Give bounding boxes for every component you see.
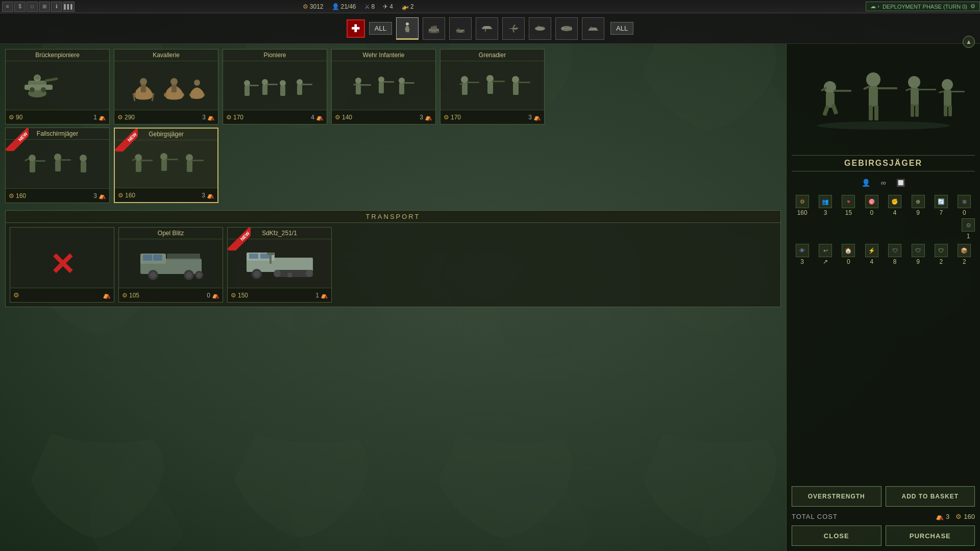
s2-0-stat-icon: 👁	[796, 244, 809, 257]
slots-value: 3	[202, 114, 206, 121]
new-ribbon-gebirgsjager	[115, 129, 138, 152]
unit-grid-area: Brückenpioniere	[0, 44, 786, 551]
supplies-resource: ⚙ 3012	[303, 3, 324, 10]
scroll-up-button[interactable]: ▲	[963, 36, 975, 48]
cost-icon: ⚙	[226, 114, 232, 121]
overstrength-button[interactable]: OVERSTRENGTH	[792, 486, 881, 507]
svg-point-49	[355, 78, 361, 84]
cost-icon: ⚙	[9, 192, 14, 199]
category-helicopter[interactable]	[476, 17, 498, 40]
slots-value: 3	[528, 114, 532, 121]
money-icon[interactable]: $	[14, 2, 26, 12]
faction-cross-icon: ✚	[351, 22, 360, 35]
svg-point-25	[30, 87, 35, 92]
deployment-text: DEPLOYMENT PHASE (TURN 0)	[883, 4, 967, 10]
purchase-button[interactable]: PURCHASE	[886, 525, 975, 546]
slots-value: 4	[311, 114, 314, 121]
svg-rect-101	[249, 254, 258, 259]
transport-card-sdkfz[interactable]: SdKfz_251/1	[227, 227, 332, 303]
stat2-s7-val: 2	[963, 258, 966, 265]
cost-value: 170	[233, 114, 243, 121]
unit-detail-title: GEBIRGSJÄGER	[792, 155, 975, 171]
stat-men: 👥 3	[815, 195, 836, 216]
slots-icon: ⛺	[321, 292, 328, 299]
stat3-value: 2	[410, 3, 414, 10]
transport-card-opel-blitz[interactable]: Opel Blitz	[118, 227, 223, 303]
stat2-s5-val: 9	[916, 258, 920, 265]
stat2-s3: ⚡ 4	[861, 244, 882, 265]
settings-icon[interactable]: ⚙	[970, 3, 975, 10]
pioniere-image	[223, 61, 327, 110]
units-value: 21/46	[341, 3, 356, 10]
stat-cost: ⚙ 160	[792, 195, 813, 216]
bruckenpioniere-slots: 1 ⛺	[93, 114, 106, 121]
svg-point-37	[194, 80, 200, 86]
category-naval[interactable]	[582, 17, 604, 40]
svg-rect-90	[143, 255, 152, 261]
stat-s5: ⊕ 9	[908, 195, 928, 216]
slots-value: 3	[420, 114, 423, 121]
stat-s5-val: 9	[916, 209, 920, 216]
svg-rect-71	[24, 158, 29, 162]
svg-rect-48	[301, 84, 312, 85]
svg-rect-55	[383, 81, 394, 83]
cost-value: 150	[238, 292, 248, 299]
svg-rect-15	[485, 29, 486, 32]
category-bomber[interactable]	[529, 17, 551, 40]
slots-icon: ⛺	[212, 292, 219, 299]
unit-row-1: Brückenpioniere	[5, 49, 781, 124]
transport-card-none[interactable]: ✕ ⚙ ⛺	[10, 227, 114, 303]
unit-card-wehr-infanterie[interactable]: Wehr Infanterie	[331, 49, 436, 124]
gebirgsjager-cost: ⚙ 160	[118, 192, 135, 199]
svg-point-8	[429, 31, 431, 33]
unit-card-pioniere[interactable]: Pioniere	[223, 49, 327, 124]
svg-rect-116	[831, 104, 838, 115]
svg-rect-122	[874, 105, 878, 120]
svg-rect-132	[950, 91, 965, 92]
grid-icon[interactable]: ⊞	[39, 2, 50, 12]
info-icon[interactable]: ℹ	[51, 2, 62, 12]
category-heavy-bomber[interactable]	[555, 17, 578, 40]
unit-card-grenadier[interactable]: Grenadier	[440, 49, 545, 124]
stat2-s0-val: 3	[800, 258, 804, 265]
close-button[interactable]: CLOSE	[792, 525, 881, 546]
svg-point-31	[140, 78, 147, 85]
category-infantry[interactable]	[396, 17, 419, 40]
artillery-icon	[453, 21, 468, 36]
s2-5-stat-icon: 🛡	[912, 244, 925, 257]
faction-button[interactable]: ✚	[347, 19, 365, 38]
s2-4-stat-icon: 🛡	[888, 244, 901, 257]
grenadier-title: Grenadier	[440, 49, 544, 61]
unit-card-bruckenpioniere[interactable]: Brückenpioniere	[5, 49, 110, 124]
svg-rect-81	[132, 158, 136, 161]
stats-icon[interactable]: ▌▌▌	[63, 2, 75, 12]
map-icon[interactable]: □	[27, 2, 38, 12]
svg-rect-19	[564, 27, 572, 28]
helicopter-icon	[480, 21, 494, 36]
menu-icon[interactable]: ≡	[2, 2, 13, 12]
add-to-basket-button[interactable]: ADD TO BASKET	[886, 486, 975, 507]
bruckenpioniere-image	[6, 61, 109, 110]
men-stat-icon: 👥	[819, 195, 832, 208]
svg-rect-75	[60, 159, 71, 161]
stat-s4-val: 4	[893, 209, 897, 216]
unit-all-button[interactable]: ALL	[610, 22, 633, 35]
svg-point-76	[80, 155, 87, 162]
unit-detail-icons-row: 👤 ∞ 🔲	[792, 177, 975, 189]
cost-icon: ⚙	[117, 114, 123, 121]
svg-point-0	[406, 22, 409, 26]
kavallerie-slots: 3 ⛺	[202, 114, 215, 121]
pioniere-cost: ⚙ 170	[226, 114, 243, 121]
svg-rect-42	[262, 85, 267, 95]
s4-stat-icon: ✊	[888, 195, 901, 208]
category-artillery[interactable]	[449, 17, 472, 40]
unit-card-gebirgsjager[interactable]: Gebirgsjäger	[114, 128, 218, 203]
unit-card-kavallerie[interactable]: Kavallerie	[114, 49, 218, 124]
stat2-s6: 🛡 2	[930, 244, 951, 265]
category-armor[interactable]	[423, 17, 445, 40]
cost-value: 90	[16, 114, 22, 121]
category-plane[interactable]	[502, 17, 525, 40]
all-button[interactable]: ALL	[369, 22, 392, 35]
unit-card-fallschirmjager[interactable]: Fallschirmjäger	[5, 128, 110, 203]
stat-extra-row: ⊙ 1	[792, 218, 975, 240]
